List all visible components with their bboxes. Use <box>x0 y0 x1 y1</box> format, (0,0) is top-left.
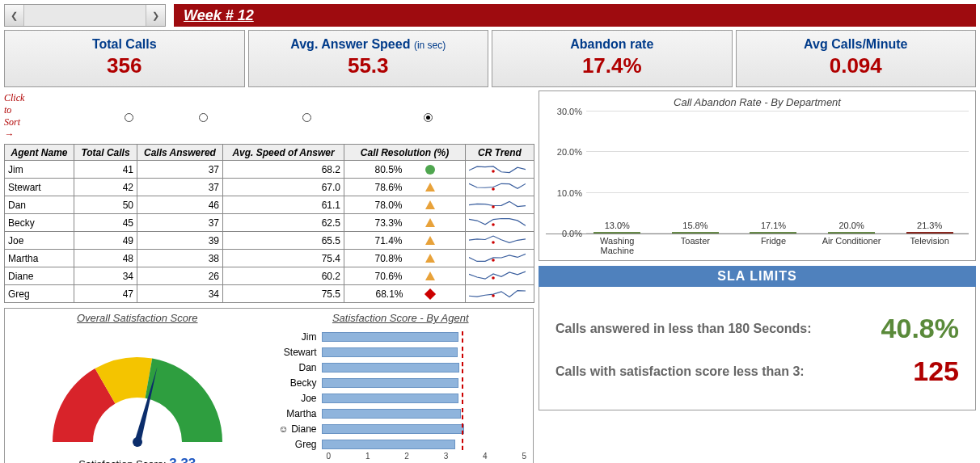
cell-agent-name: Stewart <box>5 179 74 196</box>
sparkline <box>469 179 526 192</box>
sat-by-agent-axis: 012345 <box>327 452 529 461</box>
sat-agent-row: Dan <box>273 360 529 375</box>
cell-total-calls: 48 <box>74 250 137 267</box>
cell-resolution: 70.8% <box>344 250 466 267</box>
abandon-bar-label: 21.3% <box>917 221 942 230</box>
abandon-xlabel: Toaster <box>665 236 727 255</box>
sort-hint: Click to Sort <box>4 92 24 141</box>
sla-row-lowsat: Calls with satisfaction score less than … <box>555 356 959 387</box>
cell-agent-name: Greg <box>5 285 74 303</box>
sat-agent-bar-area <box>322 331 529 343</box>
cell-resolution: 73.3% <box>344 214 466 232</box>
sat-by-agent-title: Satisfaction Score - By Agent <box>273 312 529 324</box>
sort-radio[interactable] <box>424 113 433 122</box>
cell-agent-name: Becky <box>5 214 74 232</box>
sat-target-line <box>462 331 463 343</box>
sat-target-line <box>462 423 463 435</box>
cell-avg-speed: 61.1 <box>223 196 344 214</box>
sla-body: Calls answered in less than 180 Seconds:… <box>539 287 976 410</box>
sat-agent-bar-area <box>322 393 529 404</box>
table-row: Greg 47 34 75.5 68.1% <box>5 285 534 303</box>
sort-radio[interactable] <box>302 113 311 122</box>
sat-agent-bar <box>322 409 462 419</box>
cell-resolution: 70.6% <box>344 267 466 285</box>
kpi-card: Avg Calls/Minute 0.094 <box>736 30 977 87</box>
sla-row-answered: Calls answered in less than 180 Seconds:… <box>555 313 959 344</box>
abandon-chart: 0.0%10.0%20.0%30.0%13.0% 15.8% 17.1% 20.… <box>546 112 969 234</box>
kpi-value: 17.4% <box>496 53 729 78</box>
sparkline <box>469 162 526 175</box>
abandon-bar-wrap: 15.8% <box>665 221 727 234</box>
sat-axis-tick: 3 <box>444 452 449 461</box>
scroll-left-button[interactable]: ❮ <box>5 5 24 26</box>
sat-agent-label: Dan <box>273 362 322 373</box>
table-header-cell: Agent Name <box>5 145 74 161</box>
abandon-bar <box>672 232 719 234</box>
sparkline <box>469 286 526 299</box>
sort-radio[interactable] <box>199 113 208 122</box>
table-row: Stewart 42 37 67.0 78.6% <box>5 179 534 196</box>
abandon-ytick: 10.0% <box>546 188 582 198</box>
sort-radio-row: Click to Sort <box>4 90 534 144</box>
gauge-score-line: Satisfaction Score: 3.33 <box>10 456 265 463</box>
cell-resolution: 78.6% <box>344 179 466 196</box>
indicator-red-icon <box>424 288 435 299</box>
sat-target-line <box>462 377 463 389</box>
cell-trend <box>466 285 534 303</box>
cell-calls-answered: 26 <box>137 267 223 285</box>
cell-calls-answered: 37 <box>137 214 223 232</box>
cell-avg-speed: 67.0 <box>223 179 344 196</box>
table-header-cell: Calls Answered <box>137 145 223 161</box>
week-scroller[interactable]: ❮ ❯ <box>4 4 166 27</box>
cell-calls-answered: 34 <box>137 285 223 303</box>
kpi-title: Avg. Answer Speed (in sec) <box>252 37 485 52</box>
abandon-bar <box>593 232 640 234</box>
sla-panel: SLA LIMITS Calls answered in less than 1… <box>539 266 976 410</box>
table-row: Dan 50 46 61.1 78.0% <box>5 196 534 214</box>
scroll-right-button[interactable]: ❯ <box>146 5 165 26</box>
sparkline <box>469 197 526 210</box>
sat-agent-bar <box>322 347 458 357</box>
header-bar: ❮ ❯ Week # 12 <box>4 4 976 27</box>
svg-point-3 <box>492 223 495 226</box>
sparkline <box>469 250 526 263</box>
gauge-box: Overall Satisfaction Score Satisfaction … <box>10 312 265 463</box>
table-header-row: Agent NameTotal CallsCalls AnsweredAvg. … <box>5 145 534 161</box>
abandon-bar-wrap: 20.0% <box>821 221 883 234</box>
svg-point-0 <box>492 170 495 173</box>
cell-total-calls: 49 <box>74 232 137 250</box>
sla-row-lowsat-label: Calls with satisfaction score less than … <box>555 364 814 380</box>
scroll-track[interactable] <box>24 5 146 26</box>
sat-agent-bar <box>322 363 459 373</box>
sat-agent-row: Jim <box>273 329 529 344</box>
abandon-xlabel: Washing Machine <box>586 236 648 255</box>
sat-agent-label: ☺ Diane <box>273 423 322 435</box>
indicator-yellow-icon <box>425 200 435 209</box>
sat-agent-row: Becky <box>273 375 529 390</box>
sat-agent-label: Joe <box>273 393 322 404</box>
table-row: Becky 45 37 62.5 73.3% <box>5 214 534 232</box>
svg-point-5 <box>492 259 495 262</box>
svg-point-4 <box>492 241 495 244</box>
abandon-bar-wrap: 13.0% <box>586 221 648 234</box>
abandon-chart-xlabels: Washing MachineToasterFridgeAir Conditio… <box>546 234 969 255</box>
cell-trend <box>466 250 534 267</box>
kpi-card: Total Calls 356 <box>4 30 245 87</box>
cell-trend <box>466 196 534 214</box>
cell-total-calls: 45 <box>74 214 137 232</box>
sat-axis-tick: 1 <box>365 452 370 461</box>
cell-resolution: 80.5% <box>344 161 466 179</box>
kpi-card: Abandon rate 17.4% <box>492 30 733 87</box>
svg-point-6 <box>492 276 495 280</box>
sort-radio[interactable] <box>125 113 133 122</box>
sparkline <box>469 268 526 281</box>
sat-agent-bar <box>322 378 458 388</box>
indicator-green-icon <box>425 165 435 175</box>
table-row: Joe 49 39 65.5 71.4% <box>5 232 534 250</box>
cell-trend <box>466 214 534 232</box>
svg-point-2 <box>492 205 495 208</box>
sla-header: SLA LIMITS <box>539 266 976 287</box>
sat-axis-tick: 5 <box>522 452 526 461</box>
cell-avg-speed: 65.5 <box>223 232 344 250</box>
cell-agent-name: Martha <box>5 250 74 267</box>
